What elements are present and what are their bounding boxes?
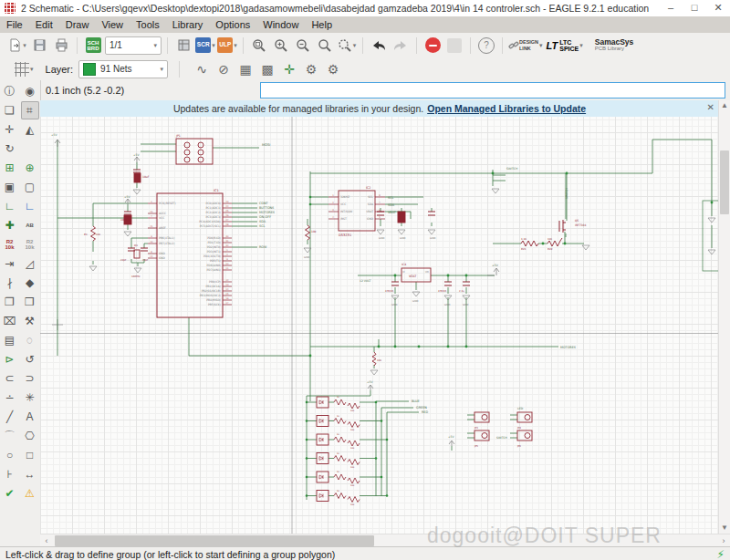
menu-item-view[interactable]: View bbox=[95, 19, 130, 30]
svg-text:+5V: +5V bbox=[367, 380, 373, 384]
erc-tool[interactable]: ✔ bbox=[1, 484, 19, 503]
schematic-canvas[interactable]: Updates are available for managed librar… bbox=[40, 100, 719, 534]
group-select-tool[interactable]: ⌗ bbox=[21, 101, 39, 119]
delete-tool[interactable]: ⌧ bbox=[1, 312, 19, 330]
zoom-fit-button[interactable] bbox=[249, 36, 269, 56]
miter-tool[interactable]: ∤ bbox=[1, 274, 19, 292]
measure-tool[interactable]: ↔ bbox=[21, 465, 39, 483]
polygon-tool[interactable]: ⎔ bbox=[21, 427, 39, 445]
paste-tool[interactable]: ❒ bbox=[21, 293, 39, 311]
group-select-tool-icon: ⌗ bbox=[26, 104, 33, 117]
print-button[interactable] bbox=[51, 36, 71, 56]
value-tool[interactable]: R2 10k bbox=[1, 235, 19, 254]
show-tool[interactable]: ◉ bbox=[21, 82, 39, 100]
redraw-button[interactable] bbox=[315, 36, 335, 56]
line-tool[interactable]: ╱ bbox=[1, 408, 19, 426]
mirror-tool[interactable]: ◭ bbox=[21, 120, 39, 139]
junction-tool[interactable]: ✚ bbox=[1, 216, 19, 234]
samacsys-button[interactable]: SamacSysPCB Library bbox=[595, 36, 634, 56]
attach-button[interactable]: ✛ bbox=[279, 59, 299, 79]
ulp-button[interactable]: ULP▾ bbox=[217, 36, 237, 56]
label-tool[interactable]: ◆ bbox=[21, 274, 39, 292]
rect-tool[interactable]: □ bbox=[21, 446, 39, 464]
scroll-up-icon[interactable]: ▲ bbox=[719, 100, 730, 111]
zoom-select-button[interactable]: ▾ bbox=[337, 36, 357, 56]
scroll-left-icon[interactable]: ‹ bbox=[40, 534, 53, 547]
zoom-in-button[interactable] bbox=[271, 36, 291, 56]
simulate-button[interactable]: ∿ bbox=[192, 59, 212, 79]
horizontal-scroll-thumb[interactable] bbox=[55, 535, 374, 546]
rotate-tool[interactable]: ↻ bbox=[1, 140, 19, 158]
preferences-button[interactable]: ⚙ bbox=[323, 59, 343, 79]
add-gate-tool[interactable]: ⊳ bbox=[1, 350, 19, 368]
open-managed-libraries-link[interactable]: Open Managed Libraries to Update bbox=[427, 103, 586, 114]
svg-text:2.2u: 2.2u bbox=[459, 290, 464, 293]
maximize-button[interactable]: □ bbox=[683, 1, 706, 16]
menu-item-options[interactable]: Options bbox=[209, 19, 256, 30]
grid-button[interactable]: ▾ bbox=[7, 59, 34, 79]
command-input[interactable] bbox=[260, 82, 725, 99]
paint-tool[interactable]: ▤ bbox=[1, 331, 19, 349]
close-button[interactable]: ✕ bbox=[706, 1, 730, 16]
menu-item-library[interactable]: Library bbox=[166, 19, 210, 30]
menu-item-draw[interactable]: Draw bbox=[59, 19, 96, 30]
library-manager-button[interactable]: ▦ bbox=[235, 59, 256, 79]
sch-brd-button[interactable]: SCHBRD bbox=[83, 36, 103, 56]
pinswap-tool[interactable]: ⇥ bbox=[1, 254, 19, 273]
menu-item-file[interactable]: File bbox=[0, 19, 29, 30]
add-module-tool[interactable]: ⊕ bbox=[21, 159, 39, 177]
probe-button[interactable]: ⊘ bbox=[214, 59, 234, 79]
scroll-right-icon[interactable]: › bbox=[717, 534, 730, 547]
mark-tool[interactable]: ⊃ bbox=[21, 369, 39, 388]
copy-tool[interactable]: ❐ bbox=[1, 293, 19, 311]
display-layers-tool[interactable]: ❏ bbox=[1, 101, 19, 119]
bus-tool[interactable]: ∟ bbox=[21, 197, 39, 215]
zoom-out-button[interactable] bbox=[293, 36, 313, 56]
move-tool[interactable]: ✛ bbox=[1, 120, 19, 139]
menu-item-tools[interactable]: Tools bbox=[130, 19, 166, 30]
net-class-tool[interactable]: ∸ bbox=[1, 389, 19, 407]
help-button[interactable]: ? bbox=[476, 36, 496, 56]
sch-brd-icon: SCHBRD bbox=[86, 37, 101, 53]
invoke-tool[interactable]: ⊂ bbox=[1, 369, 19, 388]
add-part-tool[interactable]: ⊞ bbox=[1, 159, 19, 177]
info-tool[interactable]: ⓘ bbox=[1, 82, 19, 100]
name-tool[interactable]: AB bbox=[21, 216, 39, 234]
schematic-drawing[interactable]: JP1 MOSI IC1 IC2 DS3231 SCL SDA VBAT 10k… bbox=[40, 117, 719, 534]
circle-tool[interactable]: ○ bbox=[1, 446, 19, 464]
redo-button[interactable] bbox=[391, 36, 411, 56]
notification-close-icon[interactable]: ✕ bbox=[707, 102, 714, 112]
open-file-button[interactable]: ▾ bbox=[7, 36, 27, 56]
errors-tool[interactable]: ⚠ bbox=[21, 484, 39, 503]
save-button[interactable] bbox=[29, 36, 49, 56]
net-tool[interactable]: ∟ bbox=[1, 197, 19, 215]
menu-item-help[interactable]: Help bbox=[305, 19, 339, 30]
smash-tool[interactable]: R2 10k bbox=[21, 235, 39, 254]
minimize-button[interactable]: – bbox=[659, 1, 683, 16]
ltc-spice-button[interactable]: LT LTCSPICE ▾ bbox=[547, 36, 583, 56]
split-tool[interactable]: ◿ bbox=[21, 254, 39, 273]
undo-button[interactable] bbox=[369, 36, 389, 56]
replace-tool[interactable]: ▣ bbox=[1, 178, 19, 196]
technology-tool[interactable]: ↺ bbox=[21, 350, 39, 368]
layer-select[interactable]: 91 Nets ▾ bbox=[78, 60, 168, 78]
scroll-down-icon[interactable]: ▼ bbox=[719, 523, 730, 534]
gateswap-tool[interactable]: ▢ bbox=[21, 178, 39, 196]
dimension-tool[interactable]: ⊦ bbox=[1, 465, 19, 483]
menu-item-edit[interactable]: Edit bbox=[29, 19, 59, 30]
frames-button[interactable] bbox=[173, 36, 193, 56]
settings-button[interactable]: ⚙ bbox=[301, 59, 321, 79]
vertical-scrollbar[interactable]: ▲ ▼ bbox=[718, 100, 730, 534]
stop-button[interactable] bbox=[422, 36, 443, 56]
vertical-scroll-thumb[interactable] bbox=[720, 150, 729, 214]
menu-item-window[interactable]: Window bbox=[256, 19, 305, 30]
sheet-select[interactable]: 1/1▾ bbox=[105, 36, 162, 55]
group-poly-tool[interactable]: ◌ bbox=[21, 331, 39, 349]
scr-button[interactable]: SCR▾ bbox=[195, 36, 215, 56]
arc-tool[interactable]: ⌒ bbox=[1, 427, 19, 445]
text-tool[interactable]: A bbox=[21, 408, 39, 426]
library-update-button[interactable]: ▩ bbox=[257, 59, 277, 79]
change-tool[interactable]: ⚒ bbox=[21, 312, 39, 330]
design-link-button[interactable]: DESIGNLINK ▾ bbox=[508, 36, 543, 56]
optimize-tool[interactable]: ✳ bbox=[21, 389, 39, 407]
